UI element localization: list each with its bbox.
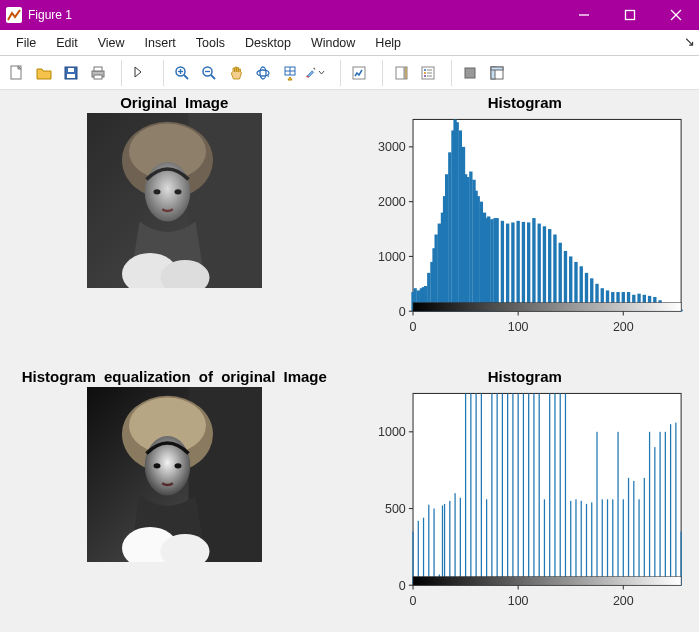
link-plot-button[interactable] bbox=[346, 60, 372, 86]
rotate-3d-button[interactable] bbox=[250, 60, 276, 86]
svg-rect-150 bbox=[459, 498, 460, 585]
svg-text:1000: 1000 bbox=[378, 250, 406, 264]
svg-rect-83 bbox=[516, 221, 519, 311]
svg-rect-24 bbox=[396, 67, 404, 79]
svg-text:200: 200 bbox=[612, 319, 633, 333]
menu-tools[interactable]: Tools bbox=[186, 32, 235, 54]
svg-rect-162 bbox=[522, 393, 523, 585]
matlab-figure-icon bbox=[6, 7, 22, 23]
insert-legend-button[interactable] bbox=[415, 60, 441, 86]
svg-rect-179 bbox=[612, 499, 613, 585]
svg-rect-115 bbox=[413, 303, 681, 312]
svg-rect-166 bbox=[543, 499, 544, 585]
window-title: Figure 1 bbox=[28, 8, 72, 22]
svg-rect-73 bbox=[479, 202, 482, 312]
svg-point-43 bbox=[174, 189, 181, 194]
insert-colorbar-button[interactable] bbox=[388, 60, 414, 86]
menu-help[interactable]: Help bbox=[365, 32, 411, 54]
menu-desktop[interactable]: Desktop bbox=[235, 32, 301, 54]
subplot-title: Histogram bbox=[488, 94, 562, 111]
zoom-out-button[interactable] bbox=[196, 60, 222, 86]
svg-rect-69 bbox=[469, 172, 472, 312]
maximize-button[interactable] bbox=[607, 0, 653, 30]
svg-text:2000: 2000 bbox=[378, 195, 406, 209]
svg-rect-57 bbox=[437, 224, 440, 312]
print-button[interactable] bbox=[85, 60, 111, 86]
svg-text:200: 200 bbox=[612, 593, 633, 607]
svg-rect-10 bbox=[94, 67, 102, 71]
toolbar-separator bbox=[158, 60, 164, 86]
svg-rect-175 bbox=[591, 502, 592, 585]
svg-rect-60 bbox=[444, 174, 447, 311]
svg-rect-184 bbox=[638, 499, 639, 585]
titlebar: Figure 1 bbox=[0, 0, 699, 30]
brush-button[interactable] bbox=[304, 60, 330, 86]
svg-rect-86 bbox=[532, 218, 535, 311]
hide-plot-tools-button[interactable] bbox=[457, 60, 483, 86]
svg-rect-141 bbox=[417, 521, 418, 585]
svg-rect-76 bbox=[487, 216, 490, 311]
svg-rect-8 bbox=[68, 68, 74, 72]
svg-rect-89 bbox=[548, 229, 551, 311]
svg-rect-180 bbox=[617, 432, 618, 585]
edit-plot-button[interactable] bbox=[127, 60, 153, 86]
svg-rect-84 bbox=[521, 222, 524, 311]
svg-rect-82 bbox=[511, 222, 514, 311]
minimize-button[interactable] bbox=[561, 0, 607, 30]
svg-point-134 bbox=[145, 436, 191, 496]
menu-edit[interactable]: Edit bbox=[46, 32, 88, 54]
svg-text:500: 500 bbox=[384, 502, 405, 516]
svg-rect-176 bbox=[596, 432, 597, 585]
subplot-title: Original Image bbox=[120, 94, 228, 111]
svg-rect-191 bbox=[675, 423, 676, 586]
svg-rect-168 bbox=[554, 393, 555, 585]
subplot-equalized-image: Histogram equalization of original Image bbox=[8, 368, 341, 624]
svg-rect-155 bbox=[485, 499, 486, 585]
svg-rect-77 bbox=[490, 219, 493, 311]
svg-rect-142 bbox=[422, 518, 423, 585]
menu-insert[interactable]: Insert bbox=[135, 32, 186, 54]
open-button[interactable] bbox=[31, 60, 57, 86]
menu-file[interactable]: File bbox=[6, 32, 46, 54]
svg-rect-157 bbox=[496, 393, 497, 585]
svg-point-20 bbox=[260, 67, 266, 79]
svg-rect-85 bbox=[526, 222, 529, 311]
svg-rect-156 bbox=[491, 393, 492, 585]
data-cursor-button[interactable] bbox=[277, 60, 303, 86]
svg-rect-171 bbox=[570, 501, 571, 585]
equalized-image bbox=[87, 387, 262, 562]
svg-rect-187 bbox=[654, 447, 655, 585]
original-image bbox=[87, 113, 262, 288]
save-button[interactable] bbox=[58, 60, 84, 86]
svg-point-42 bbox=[153, 189, 160, 194]
svg-rect-173 bbox=[580, 501, 581, 585]
svg-rect-172 bbox=[575, 499, 576, 585]
undock-icon[interactable]: ↘ bbox=[684, 34, 695, 49]
svg-text:0: 0 bbox=[398, 304, 405, 318]
figure-canvas: Original Image bbox=[0, 90, 699, 632]
svg-rect-65 bbox=[458, 130, 461, 311]
menu-window[interactable]: Window bbox=[301, 32, 365, 54]
svg-rect-61 bbox=[448, 152, 451, 311]
svg-rect-90 bbox=[553, 235, 556, 312]
svg-rect-151 bbox=[464, 393, 465, 585]
menu-view[interactable]: View bbox=[88, 32, 135, 54]
svg-rect-167 bbox=[549, 393, 550, 585]
svg-rect-68 bbox=[466, 177, 469, 311]
new-figure-button[interactable] bbox=[4, 60, 30, 86]
zoom-in-button[interactable] bbox=[169, 60, 195, 86]
svg-line-17 bbox=[211, 75, 215, 79]
svg-rect-11 bbox=[94, 75, 102, 79]
pan-button[interactable] bbox=[223, 60, 249, 86]
svg-text:1000: 1000 bbox=[378, 425, 406, 439]
svg-rect-181 bbox=[622, 499, 623, 585]
chart-histogram-equalized: 050010000100200 bbox=[359, 387, 692, 624]
svg-rect-182 bbox=[627, 478, 628, 585]
svg-rect-160 bbox=[512, 393, 513, 585]
svg-rect-87 bbox=[537, 224, 540, 312]
svg-rect-143 bbox=[428, 505, 429, 586]
svg-rect-188 bbox=[659, 432, 660, 585]
close-button[interactable] bbox=[653, 0, 699, 30]
show-plot-tools-button[interactable] bbox=[484, 60, 510, 86]
svg-rect-72 bbox=[476, 196, 479, 311]
